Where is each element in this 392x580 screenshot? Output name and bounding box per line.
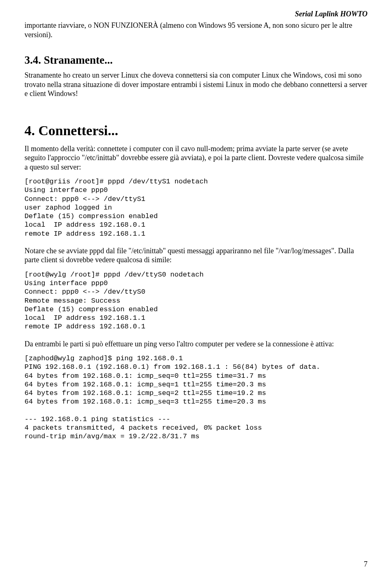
section-4-para-1: Il momento della verità: connettete i co…	[24, 144, 368, 172]
document-page: Serial Laplink HOWTO importante riavviar…	[0, 0, 392, 580]
code-block-ping-output: [zaphod@wylg zaphod]$ ping 192.168.0.1 P…	[24, 354, 368, 441]
section-3-4-paragraph: Stranamente ho creato un server Linux ch…	[24, 71, 368, 98]
header-doc-title: Serial Laplink HOWTO	[24, 10, 368, 18]
code-block-client-output: [root@wylg /root]# pppd /dev/ttyS0 nodet…	[24, 270, 368, 331]
section-4-para-2: Notare che se avviate pppd dal file "/et…	[24, 246, 368, 265]
code-block-server-output: [root@griis /root]# pppd /dev/ttyS1 node…	[24, 177, 368, 238]
page-number: 7	[364, 560, 368, 569]
section-4-heading: 4. Connettersi...	[24, 123, 368, 138]
section-4-para-3: Da entrambi le parti si può effettuare u…	[24, 339, 368, 349]
section-3-4-heading: 3.4. Stranamente...	[24, 54, 368, 67]
intro-paragraph: importante riavviare, o NON FUNZIONERÀ (…	[24, 21, 368, 39]
